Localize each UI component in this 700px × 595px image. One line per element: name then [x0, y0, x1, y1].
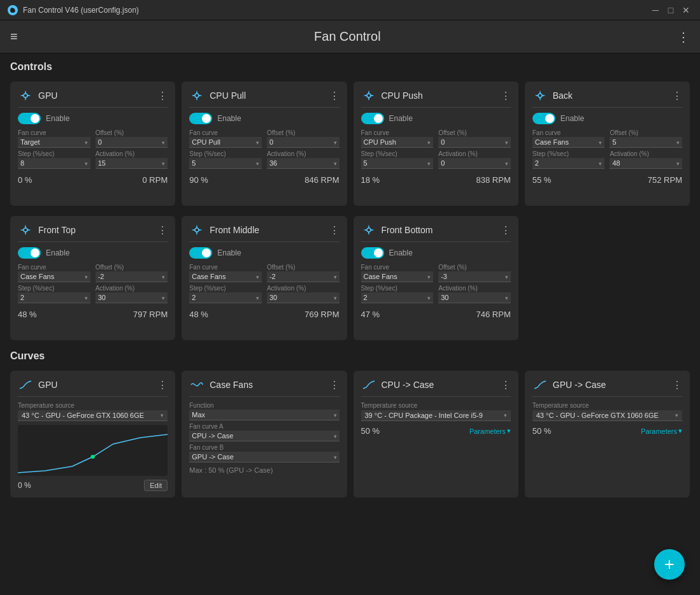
- activation-select-back[interactable]: 48: [610, 158, 682, 169]
- rpm-cpu-pull: 846 RPM: [304, 175, 339, 185]
- card-title-gpu: GPU: [38, 90, 57, 101]
- card-menu-cpu-pull[interactable]: ⋮: [329, 90, 339, 102]
- offset-select-front-middle[interactable]: -2: [267, 271, 339, 282]
- step-select-front-top[interactable]: 2: [18, 292, 90, 303]
- fan-curve-b-select[interactable]: GPU -> Case: [189, 452, 339, 462]
- activation-select-wrapper-gpu: 15: [96, 158, 168, 169]
- percent-cpu-case: 50 %: [361, 426, 380, 436]
- activation-select-cpu-pull[interactable]: 36: [267, 158, 339, 169]
- activation-select-front-middle[interactable]: 30: [267, 292, 339, 303]
- curve-title-gpu-case: GPU -> Case: [553, 380, 606, 390]
- function-select-case-fans[interactable]: Max: [189, 410, 339, 420]
- temp-source-cpu-case[interactable]: 39 °C - CPU Package - Intel Core i5-9: [361, 410, 511, 421]
- curves-section-title: Curves: [10, 350, 690, 364]
- enable-row-back: Enable: [532, 113, 682, 124]
- step-row-gpu: Step (%/sec) 8 Activation (%) 15: [18, 150, 168, 169]
- enable-toggle-cpu-push[interactable]: [361, 113, 384, 124]
- step-select-back[interactable]: 2: [532, 158, 605, 169]
- fan-curve-a-select[interactable]: CPU -> Case: [189, 431, 339, 441]
- step-select-cpu-push[interactable]: 5: [361, 158, 434, 169]
- enable-toggle-front-middle[interactable]: [189, 247, 212, 259]
- card-footer-back: 55 % 752 RPM: [532, 175, 682, 185]
- card-menu-front-bottom[interactable]: ⋮: [501, 224, 511, 236]
- rpm-cpu-push: 838 RPM: [476, 175, 511, 185]
- curve-title-gpu: GPU: [38, 380, 57, 390]
- curve-menu-gpu-case[interactable]: ⋮: [672, 379, 682, 391]
- offset-select-gpu[interactable]: 0: [96, 137, 168, 148]
- control-card-gpu: GPU ⋮ Enable Fan curve Target Offset (%): [10, 82, 175, 206]
- curve-card-case-fans: Case Fans ⋮ Function Max Fan curve A CPU…: [182, 371, 346, 498]
- parameters-button-gpu-case[interactable]: Parameters ▾: [641, 427, 682, 435]
- temp-source-gpu[interactable]: 43 °C - GPU - GeForce GTX 1060 6GE: [18, 410, 168, 421]
- rpm-front-middle: 769 RPM: [304, 310, 339, 319]
- rpm-back: 752 RPM: [648, 175, 682, 185]
- fan-icon-back: [532, 88, 548, 103]
- maximize-button[interactable]: □: [664, 4, 677, 17]
- offset-select-back[interactable]: 5: [610, 137, 682, 148]
- fan-curve-select-gpu[interactable]: Target: [18, 137, 90, 148]
- step-select-wrapper-gpu: 8: [18, 158, 90, 169]
- fan-curve-row-gpu: Fan curve Target Offset (%) 0: [18, 129, 168, 148]
- controls-row-2: Front Top ⋮ Enable Fan curve Case Fans O…: [10, 216, 690, 340]
- activation-select-gpu[interactable]: 15: [96, 158, 168, 169]
- more-options-button[interactable]: ⋮: [677, 29, 690, 45]
- activation-select-front-top[interactable]: 30: [96, 292, 168, 303]
- curve-card-gpu-case: GPU -> Case ⋮ Temperature source 43 °C -…: [525, 371, 690, 498]
- fan-curve-field-gpu: Fan curve Target: [18, 129, 90, 148]
- step-select-cpu-pull[interactable]: 5: [189, 158, 262, 169]
- card-menu-cpu-push[interactable]: ⋮: [501, 90, 511, 102]
- enable-toggle-cpu-pull[interactable]: [189, 113, 212, 124]
- fan-curve-select-back[interactable]: Case Fans: [532, 137, 605, 148]
- fan-curve-select-front-middle[interactable]: Case Fans: [189, 271, 262, 282]
- fan-curve-select-cpu-push[interactable]: CPU Push: [361, 137, 434, 148]
- activation-select-cpu-push[interactable]: 0: [438, 158, 511, 169]
- close-button[interactable]: ✕: [680, 4, 692, 17]
- edit-button-gpu[interactable]: Edit: [144, 480, 168, 491]
- fan-curve-select-front-top[interactable]: Case Fans: [18, 271, 90, 282]
- enable-toggle-front-bottom[interactable]: [361, 247, 384, 259]
- curve-card-cpu-case: CPU -> Case ⋮ Temperature source 39 °C -…: [354, 371, 518, 498]
- svg-rect-8: [18, 425, 168, 476]
- parameters-button-cpu-case[interactable]: Parameters ▾: [469, 427, 511, 435]
- curve-menu-case-fans[interactable]: ⋮: [329, 379, 339, 391]
- card-menu-front-middle[interactable]: ⋮: [329, 224, 339, 236]
- fan-icon-cpu-push: [361, 88, 376, 103]
- card-title-cpu-pull: CPU Pull: [210, 90, 246, 101]
- activation-select-front-bottom[interactable]: 30: [438, 292, 511, 303]
- card-menu-front-top[interactable]: ⋮: [157, 224, 168, 236]
- enable-toggle-front-top[interactable]: [18, 247, 41, 259]
- curve-menu-gpu[interactable]: ⋮: [157, 379, 168, 391]
- step-select-gpu[interactable]: 8: [18, 158, 90, 169]
- add-fab-button[interactable]: +: [654, 549, 685, 580]
- menu-button[interactable]: ≡: [10, 29, 18, 44]
- curve-menu-cpu-case[interactable]: ⋮: [501, 379, 511, 391]
- offset-select-cpu-pull[interactable]: 0: [267, 137, 339, 148]
- activation-field-gpu: Activation (%) 15: [96, 150, 168, 169]
- step-select-front-middle[interactable]: 2: [189, 292, 262, 303]
- fan-curve-select-front-bottom[interactable]: Case Fans: [361, 271, 434, 282]
- card-menu-gpu[interactable]: ⋮: [157, 90, 168, 102]
- enable-row-cpu-pull: Enable: [189, 113, 339, 124]
- offset-select-front-top[interactable]: -2: [96, 271, 168, 282]
- offset-select-front-bottom[interactable]: -3: [438, 271, 511, 282]
- offset-select-cpu-push[interactable]: 0: [438, 137, 511, 148]
- control-card-back: Back ⋮ Enable Fan curve Case Fans Offset…: [525, 82, 690, 206]
- controls-section-title: Controls: [10, 61, 690, 75]
- card-title-front-middle: Front Middle: [210, 225, 259, 235]
- step-select-front-bottom[interactable]: 2: [361, 292, 434, 303]
- enable-toggle-gpu[interactable]: [18, 113, 41, 124]
- temp-source-gpu-case[interactable]: 43 °C - GPU - GeForce GTX 1060 6GE: [532, 410, 682, 421]
- enable-toggle-back[interactable]: [532, 113, 555, 124]
- app-icon: [8, 5, 18, 15]
- percent-curve-gpu: 0 %: [18, 481, 31, 490]
- control-card-front-bottom: Front Bottom ⋮ Enable Fan curve Case Fan…: [354, 216, 518, 340]
- rpm-gpu: 0 RPM: [143, 175, 168, 185]
- card-menu-back[interactable]: ⋮: [672, 90, 682, 102]
- control-card-cpu-push: CPU Push ⋮ Enable Fan curve CPU Push Off…: [354, 82, 518, 206]
- minimize-button[interactable]: ─: [649, 4, 662, 17]
- fan-curve-select-cpu-pull[interactable]: CPU Pull: [189, 137, 262, 148]
- step-row-cpu-pull: Step (%/sec) 5 Activation (%) 36: [189, 150, 339, 169]
- enable-label-gpu: Enable: [46, 114, 69, 123]
- percent-front-bottom: 47 %: [361, 310, 380, 319]
- fan-curve-row-cpu-pull: Fan curve CPU Pull Offset (%) 0: [189, 129, 339, 148]
